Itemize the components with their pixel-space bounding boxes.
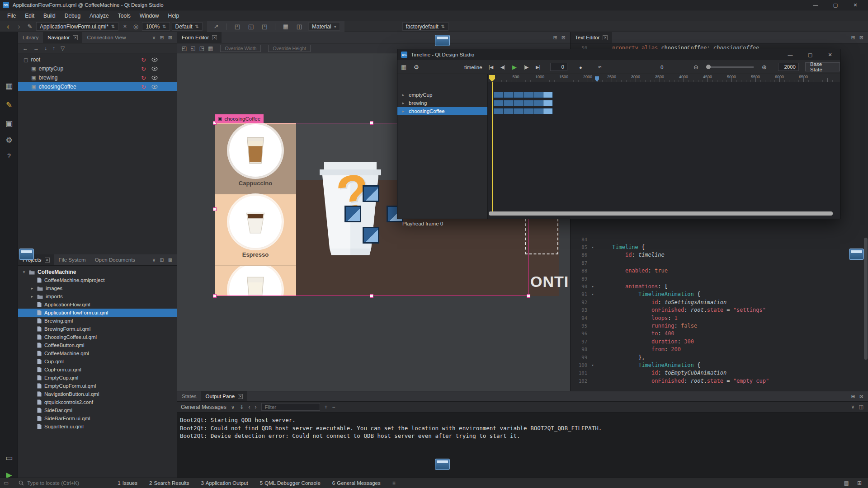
status-item-issues[interactable]: 1Issues: [118, 480, 137, 486]
keyframe-section[interactable]: [513, 108, 523, 114]
visibility-eye-icon[interactable]: [151, 84, 158, 89]
keyframe-section[interactable]: [513, 100, 523, 106]
style-dropdown[interactable]: Default ⇅: [172, 22, 203, 31]
undock-icon[interactable]: ⊞: [160, 35, 164, 41]
updown-stepper-icon[interactable]: ⇅: [195, 24, 199, 29]
close-tab-icon[interactable]: ✕: [212, 35, 217, 40]
zoom-slider[interactable]: [706, 66, 754, 68]
keyframe-section[interactable]: [503, 100, 513, 106]
close-panel-icon[interactable]: ⊠: [859, 394, 863, 399]
maximize-pane-icon[interactable]: ◫: [859, 404, 863, 410]
code-line[interactable]: 89: [571, 275, 868, 282]
project-file-CoffeeButton.qml[interactable]: CoffeeButton.qml: [18, 341, 177, 349]
timeline-ruler[interactable]: 5001000150020002500300035004000450050005…: [488, 74, 840, 82]
minimize-button[interactable]: —: [806, 0, 826, 10]
modules-icon[interactable]: ▦: [0, 81, 18, 91]
export-indicator-icon[interactable]: ↻: [141, 66, 146, 72]
close-panel-icon[interactable]: ⊠: [859, 35, 863, 41]
no-snapping-icon[interactable]: ◰: [182, 45, 187, 52]
edit-file-icon[interactable]: ✎: [25, 23, 34, 30]
open-file-dropdown[interactable]: ApplicationFlowForm.ui.qml* ⇅: [36, 22, 118, 31]
tab-open-documents[interactable]: Open Documents: [90, 254, 140, 265]
override-height-field[interactable]: Override Height: [268, 45, 311, 52]
menu-help[interactable]: Help: [164, 13, 184, 19]
project-file-Brewing.qml[interactable]: Brewing.qml: [18, 317, 177, 325]
keyframe-section[interactable]: [493, 92, 503, 98]
menu-build[interactable]: Build: [39, 13, 60, 19]
timeline-window[interactable]: DS Timeline - Qt Design Studio — ▢ ✕ ▦ ⚙…: [397, 49, 840, 219]
code-line[interactable]: 94loops: 1: [571, 314, 868, 322]
close-tab-icon[interactable]: ✕: [45, 258, 50, 263]
code-line[interactable]: 90▾animations: [: [571, 282, 868, 290]
timeline-track-brewing[interactable]: ▸brewing: [397, 99, 487, 107]
menu-file[interactable]: File: [3, 13, 20, 19]
export-indicator-icon[interactable]: ↻: [141, 56, 146, 63]
chevron-down-icon[interactable]: ∨: [152, 257, 156, 263]
menu-analyze[interactable]: Analyze: [85, 13, 113, 19]
tab-states[interactable]: States: [177, 391, 201, 401]
project-file-SideBar.qml[interactable]: SideBar.qml: [18, 406, 177, 414]
expand-panel-icon[interactable]: ⊞: [857, 480, 862, 486]
keyframe-bar-brewing[interactable]: [493, 100, 553, 106]
selection-handle[interactable]: [370, 294, 373, 298]
keyframe-section[interactable]: [533, 100, 543, 106]
keyframe-section[interactable]: [523, 108, 533, 114]
help-icon[interactable]: ?: [0, 152, 18, 160]
outline-icon[interactable]: ◳: [260, 23, 269, 30]
close-tab-icon[interactable]: ✕: [238, 394, 243, 399]
dock-indicator-bottom[interactable]: [435, 459, 450, 470]
selection-handle[interactable]: [213, 207, 217, 211]
timeline-track-area[interactable]: 5001000150020002500300035004000450050005…: [488, 74, 840, 219]
expand-arrow-icon[interactable]: ▸: [30, 294, 34, 299]
keyframe-section[interactable]: [523, 92, 533, 98]
project-file-NavigationButton.ui.qml[interactable]: NavigationButton.ui.qml: [18, 390, 177, 398]
keyframe-section[interactable]: [543, 108, 553, 114]
navigator-item-emptyCup[interactable]: ▣emptyCup↻: [18, 64, 177, 73]
keyframe-section[interactable]: [533, 92, 543, 98]
tab-file-system[interactable]: File System: [54, 254, 90, 265]
keyframe-section[interactable]: [523, 100, 533, 106]
menu-debug[interactable]: Debug: [60, 13, 85, 19]
project-file-images[interactable]: ▸images: [18, 284, 177, 292]
timeline-titlebar[interactable]: DS Timeline - Qt Design Studio — ▢ ✕: [397, 49, 840, 60]
export-indicator-icon[interactable]: ↻: [141, 75, 146, 81]
output-source-dropdown[interactable]: General Messages: [181, 404, 226, 410]
keyframe-bar-choosingCoffee[interactable]: [493, 108, 553, 114]
tab-form-editor[interactable]: Form Editor ✕: [177, 32, 222, 43]
menu-edit[interactable]: Edit: [20, 13, 39, 19]
base-state-button[interactable]: Base State: [805, 62, 840, 71]
fold-arrow-icon[interactable]: ▾: [590, 245, 596, 249]
zoom-slider-handle[interactable]: [706, 65, 711, 69]
project-file-CoffeeMachine.qmlproject[interactable]: CoffeeMachine.qmlproject: [18, 276, 177, 284]
code-line[interactable]: 102onFinished: root.state = "empty cup": [571, 377, 868, 385]
components-icon[interactable]: ▣: [0, 119, 18, 128]
code-line[interactable]: 99},: [571, 353, 868, 361]
fold-arrow-icon[interactable]: ▾: [590, 363, 596, 367]
expand-arrow-icon[interactable]: ▸: [30, 286, 34, 291]
filter-input[interactable]: Filter: [261, 403, 320, 411]
status-item-application-output[interactable]: 3Application Output: [201, 480, 248, 486]
kit-monitor-icon[interactable]: ▭: [0, 453, 18, 463]
maximize-button[interactable]: ▢: [826, 0, 845, 10]
close-document-icon[interactable]: ✕: [120, 24, 129, 29]
play-icon[interactable]: ▶: [512, 60, 517, 74]
filter-icon[interactable]: ▽: [61, 45, 65, 52]
maximize-button[interactable]: ▢: [800, 49, 820, 60]
timeline-name[interactable]: timeline: [464, 60, 482, 74]
project-file-CoffeeMachine.qml[interactable]: CoffeeMachine.qml: [18, 349, 177, 357]
to-end-icon[interactable]: ▶|: [536, 60, 540, 74]
locator-input[interactable]: Type to locate (Ctrl+K): [19, 480, 111, 486]
code-line[interactable]: 93onFinished: root.state = "settings": [571, 306, 868, 314]
tab-library[interactable]: Library: [18, 32, 43, 43]
move-left-icon[interactable]: ←: [23, 45, 28, 52]
undock-icon[interactable]: ⊞: [851, 394, 855, 399]
zoom-in-text-icon[interactable]: +: [325, 404, 328, 410]
kit-dropdown[interactable]: factorydefault ⇅: [402, 22, 448, 31]
fold-arrow-icon[interactable]: ▾: [590, 284, 596, 289]
editor-scrollbar[interactable]: [864, 238, 868, 360]
end-frame-field[interactable]: 2000: [778, 63, 799, 71]
export-indicator-icon[interactable]: ↻: [141, 84, 146, 90]
status-item-search-results[interactable]: 2Search Results: [149, 480, 189, 486]
project-file-EmptyCupForm.ui.qml[interactable]: EmptyCupForm.ui.qml: [18, 382, 177, 390]
tab-connection-view[interactable]: Connection View: [82, 32, 130, 43]
